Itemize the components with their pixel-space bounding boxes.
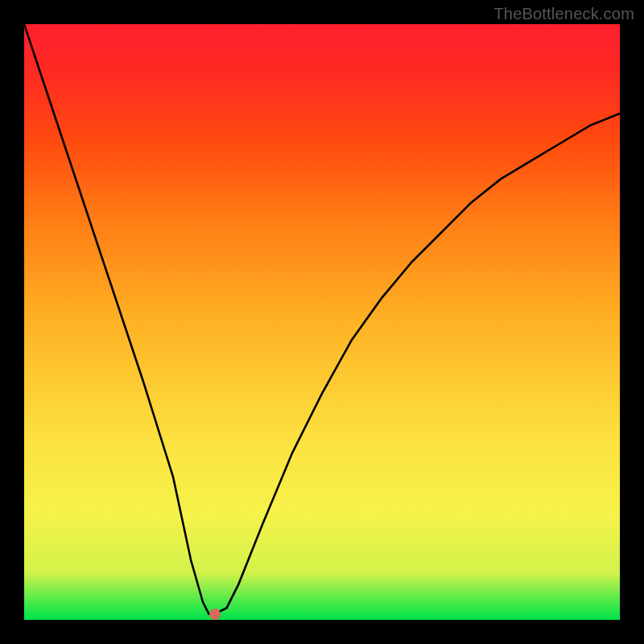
- watermark-text: TheBottleneck.com: [493, 5, 634, 23]
- curve-svg: [24, 24, 620, 620]
- plot-area: [24, 24, 620, 620]
- bottleneck-curve-path: [24, 24, 620, 614]
- optimal-point-marker: [209, 609, 221, 620]
- chart-frame: TheBottleneck.com: [0, 0, 644, 644]
